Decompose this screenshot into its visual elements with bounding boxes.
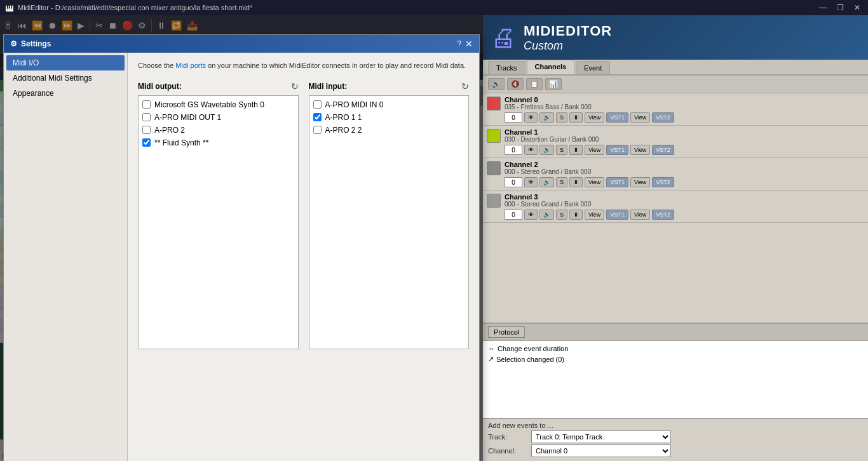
tab-channels[interactable]: Channels xyxy=(527,60,575,74)
channel-1-name: Channel 1 xyxy=(505,128,599,136)
input-port-1[interactable]: A-PRO 1 1 xyxy=(312,111,466,124)
track-select[interactable]: Track 0: Tempo Track xyxy=(531,431,671,443)
settings-dialog: ⚙ Settings ? ✕ Midi I/O Additional Midi … xyxy=(3,34,480,461)
input-check-1[interactable] xyxy=(313,113,322,121)
channel-2-num-input[interactable] xyxy=(505,177,522,187)
channel-0-view2-btn[interactable]: View xyxy=(630,112,650,123)
output-check-2[interactable] xyxy=(142,126,151,134)
midi-input-list: A-PRO MIDI IN 0 A-PRO 1 1 A-PRO 2 2 xyxy=(309,95,470,349)
channel-2-controls: 👁 🔊 S ⏸ View VST1 View VST2 xyxy=(487,177,864,187)
channel-3-speaker-btn[interactable]: 🔊 xyxy=(539,210,554,220)
midi-output-list: Microsoft GS Wavetable Synth 0 A-PRO MID… xyxy=(138,95,299,349)
channel-3-pause-btn[interactable]: ⏸ xyxy=(569,210,583,220)
left-panel: 🎚 ⏮ ⏪ ⏺ ⏩ ▶ ✂ ⏹ 🔴 ⚙ ⏸ 🔁 📤 ✏ ⌫ ◻ 🔍 ↩ ↪ xyxy=(0,15,483,461)
channel-0-program: 035 - Fretless Bass / Bank 000 xyxy=(505,104,592,110)
channel-3-eye-btn[interactable]: 👁 xyxy=(524,210,538,220)
settings-dialog-overlay: ⚙ Settings ? ✕ Midi I/O Additional Midi … xyxy=(0,15,483,461)
minimize-button[interactable]: — xyxy=(817,3,829,12)
channel-toolbar-btn-1[interactable]: 🔊 xyxy=(488,78,505,90)
channel-3-vst2-btn[interactable]: VST2 xyxy=(652,210,674,220)
channel-3-view-btn[interactable]: View xyxy=(585,210,604,220)
midi-output-label: Midi output: xyxy=(138,82,182,91)
channel-1-view-btn[interactable]: View xyxy=(585,145,604,155)
dialog-controls: ? ✕ xyxy=(457,39,473,49)
channel-2-vst2-btn[interactable]: VST2 xyxy=(652,177,674,187)
input-port-0[interactable]: A-PRO MIDI IN 0 xyxy=(312,98,466,111)
channel-1-pause-btn[interactable]: ⏸ xyxy=(569,145,583,155)
midi-input-refresh-icon[interactable]: ↻ xyxy=(461,81,469,91)
app-icon: 🎹 xyxy=(5,4,14,12)
channel-1-speaker-btn[interactable]: 🔊 xyxy=(539,145,554,155)
channel-toolbar-btn-4[interactable]: 📊 xyxy=(545,78,562,90)
settings-icon-dialog: ⚙ xyxy=(10,39,17,48)
input-check-2[interactable] xyxy=(313,126,322,134)
channel-1-eye-btn[interactable]: 👁 xyxy=(524,145,538,155)
channel-2-pause-btn[interactable]: ⏸ xyxy=(569,177,583,187)
channel-3-color xyxy=(487,194,501,208)
channel-3-vst1-btn[interactable]: VST1 xyxy=(606,210,628,220)
channel-0-eye-btn[interactable]: 👁 xyxy=(524,112,538,123)
dialog-close-button[interactable]: ✕ xyxy=(465,39,473,49)
channel-toolbar-btn-2[interactable]: 🔇 xyxy=(507,78,524,90)
channel-0-vst2-btn[interactable]: VST2 xyxy=(652,112,674,123)
protocol-text-0: Change event duration xyxy=(498,345,568,352)
midi-output-refresh-icon[interactable]: ↻ xyxy=(291,81,299,91)
channel-1-program: 030 - Distortion Guitar / Bank 000 xyxy=(505,136,599,143)
output-check-0[interactable] xyxy=(142,100,151,109)
channel-2-s-btn[interactable]: S xyxy=(556,177,567,187)
maximize-button[interactable]: ❐ xyxy=(834,3,846,12)
channel-1-view2-btn[interactable]: View xyxy=(630,145,650,155)
dialog-help-button[interactable]: ? xyxy=(457,39,461,48)
channel-item-3: Channel 3 000 - Stereo Grand / Bank 000 … xyxy=(483,190,868,223)
channel-2-speaker-btn[interactable]: 🔊 xyxy=(539,177,554,187)
channel-2-eye-btn[interactable]: 👁 xyxy=(524,177,538,187)
channel-0-s-btn[interactable]: S xyxy=(556,112,567,123)
channel-2-view-btn[interactable]: View xyxy=(585,177,604,187)
output-port-2[interactable]: A-PRO 2 xyxy=(141,124,295,137)
channel-3-s-btn[interactable]: S xyxy=(556,210,567,220)
channel-0-view-btn[interactable]: View xyxy=(585,112,604,123)
channel-0-pause-btn[interactable]: ⏸ xyxy=(569,112,583,123)
sidebar-appearance[interactable]: Appearance xyxy=(6,86,125,101)
channel-0-vst1-btn[interactable]: VST1 xyxy=(606,112,628,123)
channel-3-num-input[interactable] xyxy=(505,210,522,220)
sidebar-midi-io[interactable]: Midi I/O xyxy=(6,55,125,70)
track-row: Track: Track 0: Tempo Track xyxy=(488,431,863,443)
output-label-3: ** Fluid Synth ** xyxy=(154,138,208,147)
midi-output-header: Midi output: ↻ xyxy=(138,81,299,91)
output-check-3[interactable] xyxy=(142,138,151,147)
channel-1-vst1-btn[interactable]: VST1 xyxy=(606,145,628,155)
input-check-0[interactable] xyxy=(313,100,322,109)
output-check-1[interactable] xyxy=(142,113,151,121)
output-port-1[interactable]: A-PRO MIDI OUT 1 xyxy=(141,111,295,124)
dialog-title-bar: ⚙ Settings ? ✕ xyxy=(4,35,479,53)
channel-2-view2-btn[interactable]: View xyxy=(630,177,650,187)
right-panel: 🖨 MIDIEDITOR Custom Tracks Channels Even… xyxy=(483,15,868,461)
channel-0-color xyxy=(487,97,501,110)
dialog-title-text: Settings xyxy=(21,39,51,48)
branding-header: 🖨 MIDIEDITOR Custom xyxy=(483,15,868,60)
channel-1-row1: Channel 1 030 - Distortion Guitar / Bank… xyxy=(487,128,864,143)
channel-3-view2-btn[interactable]: View xyxy=(630,210,650,220)
channel-1-num-input[interactable] xyxy=(505,145,522,155)
output-port-0[interactable]: Microsoft GS Wavetable Synth 0 xyxy=(141,98,295,111)
protocol-btn[interactable]: Protocol xyxy=(488,326,525,338)
output-port-3[interactable]: ** Fluid Synth ** xyxy=(141,137,295,149)
channel-select[interactable]: Channel 0 xyxy=(531,444,671,457)
channel-1-s-btn[interactable]: S xyxy=(556,145,567,155)
input-port-2[interactable]: A-PRO 2 2 xyxy=(312,124,466,137)
protocol-section: Protocol ↔ Change event duration ↗ Selec… xyxy=(483,323,868,418)
branding-title: MIDIEDITOR xyxy=(524,23,612,39)
channel-1-vst2-btn[interactable]: VST2 xyxy=(652,145,674,155)
tabs-bar: Tracks Channels Event xyxy=(483,60,868,76)
protocol-icon-1: ↗ xyxy=(488,355,494,363)
close-button[interactable]: ✕ xyxy=(851,3,863,12)
tab-tracks[interactable]: Tracks xyxy=(488,61,526,74)
channel-0-num-input[interactable] xyxy=(505,112,522,123)
sidebar-additional-midi[interactable]: Additional Midi Settings xyxy=(6,70,125,86)
channel-0-speaker-btn[interactable]: 🔊 xyxy=(539,112,554,123)
tab-event[interactable]: Event xyxy=(576,61,610,74)
channel-2-vst1-btn[interactable]: VST1 xyxy=(606,177,628,187)
channel-toolbar-btn-3[interactable]: 📋 xyxy=(526,78,543,90)
channel-toolbar: 🔊 🔇 📋 📊 xyxy=(483,76,868,93)
